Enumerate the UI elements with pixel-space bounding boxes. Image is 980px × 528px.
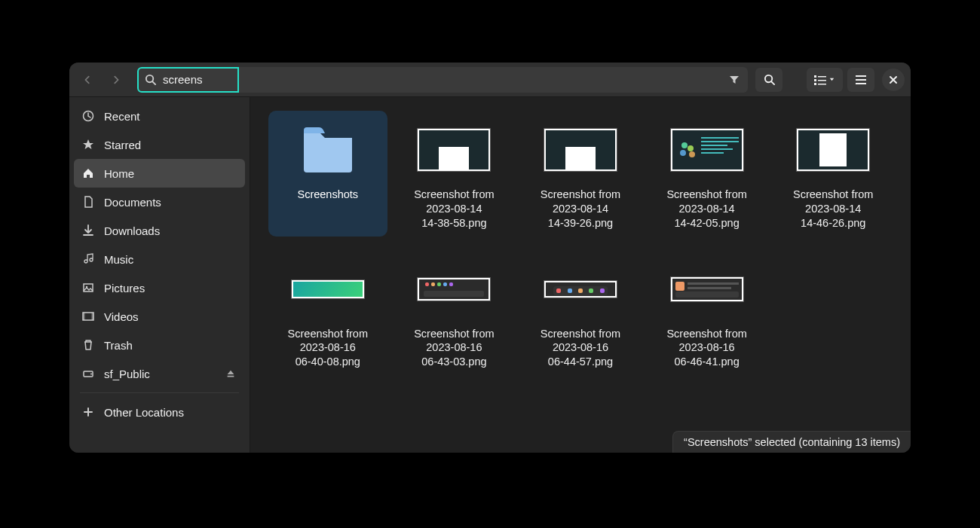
sidebar-item-label: Music — [104, 253, 133, 266]
sidebar-item-pictures[interactable]: Pictures — [74, 273, 245, 302]
close-button[interactable] — [882, 69, 905, 91]
search-input[interactable] — [163, 73, 721, 86]
sidebar-item-recent[interactable]: Recent — [74, 102, 245, 130]
sidebar-item-starred[interactable]: Starred — [74, 130, 245, 159]
svg-rect-4 — [814, 75, 816, 78]
grid-item-file[interactable]: Screenshot from 2023-08-14 14-38-58.png — [395, 111, 514, 237]
svg-rect-5 — [818, 76, 826, 78]
sidebar-item-trash[interactable]: Trash — [74, 331, 245, 359]
thumbnail — [544, 120, 617, 180]
svg-rect-6 — [814, 79, 816, 81]
status-bar: “Screenshots” selected (containing 13 it… — [672, 431, 911, 453]
forward-button[interactable] — [104, 68, 128, 92]
svg-rect-11 — [856, 79, 866, 81]
grid-item-label: Screenshot from 2023-08-14 14-46-26.png — [793, 188, 873, 230]
drive-icon — [81, 367, 95, 380]
status-text: “Screenshots” selected (containing 13 it… — [684, 436, 900, 448]
folder-icon — [298, 120, 358, 180]
grid-item-file[interactable]: Screenshot from 2023-08-16 06-40-08.png — [268, 250, 387, 376]
grid-item-file[interactable]: Screenshot from 2023-08-14 14-39-26.png — [521, 111, 640, 237]
grid-item-label: Screenshot from 2023-08-16 06-43-03.png — [414, 327, 494, 370]
sidebar-item-documents[interactable]: Documents — [74, 188, 245, 216]
trash-icon — [81, 338, 95, 352]
grid-item-label: Screenshots — [297, 188, 358, 202]
thumbnail — [544, 259, 617, 319]
sidebar-item-label: Starred — [104, 139, 141, 151]
videos-icon — [81, 310, 95, 323]
svg-line-3 — [771, 81, 774, 84]
grid-item-file[interactable]: Screenshot from 2023-08-14 14-42-05.png — [648, 111, 767, 237]
svg-rect-14 — [84, 284, 93, 291]
svg-line-1 — [152, 81, 155, 84]
svg-point-21 — [681, 142, 688, 148]
grid-item-folder[interactable]: Screenshots — [268, 111, 387, 237]
document-icon — [81, 195, 95, 209]
svg-rect-18 — [92, 313, 94, 320]
file-manager-window: Recent Starred Home Documents Downloads … — [69, 63, 911, 453]
sidebar-item-label: Pictures — [104, 282, 145, 295]
sidebar-item-sf-public[interactable]: sf_Public — [74, 359, 245, 388]
sidebar-item-home[interactable]: Home — [74, 159, 245, 188]
thumbnail — [418, 259, 490, 319]
sidebar-item-downloads[interactable]: Downloads — [74, 216, 245, 245]
eject-icon[interactable] — [224, 367, 237, 380]
search-bar — [137, 67, 748, 93]
sidebar-item-music[interactable]: Music — [74, 245, 245, 273]
sidebar-item-videos[interactable]: Videos — [74, 302, 245, 331]
sidebar-separator — [80, 392, 239, 393]
sidebar-item-label: Videos — [104, 310, 139, 323]
star-icon — [81, 138, 95, 151]
svg-rect-8 — [814, 83, 816, 85]
thumbnail — [418, 120, 490, 180]
grid-item-label: Screenshot from 2023-08-16 06-46-41.png — [666, 327, 746, 370]
sidebar: Recent Starred Home Documents Downloads … — [69, 97, 250, 453]
list-view-icon — [814, 75, 826, 85]
grid-item-label: Screenshot from 2023-08-14 14-38-58.png — [414, 188, 494, 230]
sidebar-item-label: Other Locations — [104, 406, 184, 419]
sidebar-item-label: Recent — [104, 110, 140, 123]
thumbnail — [671, 120, 743, 180]
grid-item-label: Screenshot from 2023-08-14 14-39-26.png — [541, 188, 620, 230]
thumbnail — [671, 259, 743, 319]
header-bar — [69, 63, 911, 97]
content-area: Screenshots Screenshot from 2023-08-14 1… — [250, 97, 911, 453]
hamburger-menu-button[interactable] — [847, 68, 874, 92]
svg-rect-9 — [818, 84, 826, 85]
icon-grid: Screenshots Screenshot from 2023-08-14 1… — [250, 97, 911, 389]
view-mode-button[interactable] — [807, 68, 843, 92]
filter-button[interactable] — [721, 67, 748, 93]
svg-rect-7 — [818, 80, 826, 81]
sidebar-item-label: Documents — [104, 196, 161, 209]
home-icon — [81, 166, 95, 180]
pictures-icon — [81, 281, 95, 295]
svg-point-22 — [688, 145, 694, 151]
grid-item-file[interactable]: Screenshot from 2023-08-14 14-46-26.png — [773, 111, 893, 237]
svg-rect-17 — [83, 313, 85, 320]
clock-icon — [81, 109, 95, 123]
grid-item-file[interactable]: Screenshot from 2023-08-16 06-44-57.png — [521, 250, 640, 376]
thumbnail — [797, 120, 869, 180]
sidebar-item-label: Trash — [104, 339, 133, 352]
grid-item-label: Screenshot from 2023-08-14 14-42-05.png — [666, 188, 746, 230]
chevron-down-icon — [828, 76, 835, 83]
svg-point-24 — [689, 151, 695, 157]
svg-point-20 — [90, 374, 92, 375]
svg-rect-12 — [856, 83, 866, 84]
search-toggle-button[interactable] — [755, 68, 782, 92]
grid-item-file[interactable]: Screenshot from 2023-08-16 06-46-41.png — [648, 250, 767, 376]
sidebar-item-label: Home — [104, 167, 134, 180]
plus-icon — [81, 405, 95, 419]
music-icon — [81, 252, 95, 266]
sidebar-item-label: Downloads — [104, 224, 160, 237]
grid-item-label: Screenshot from 2023-08-16 06-44-57.png — [541, 327, 620, 370]
sidebar-item-label: sf_Public — [104, 368, 150, 380]
back-button[interactable] — [75, 68, 100, 92]
search-icon — [137, 67, 163, 93]
grid-item-label: Screenshot from 2023-08-16 06-40-08.png — [288, 327, 368, 370]
download-icon — [81, 224, 95, 237]
svg-point-23 — [680, 150, 686, 156]
svg-rect-10 — [856, 75, 866, 77]
thumbnail — [292, 259, 364, 319]
grid-item-file[interactable]: Screenshot from 2023-08-16 06-43-03.png — [395, 250, 514, 376]
sidebar-item-other-locations[interactable]: Other Locations — [74, 398, 245, 426]
